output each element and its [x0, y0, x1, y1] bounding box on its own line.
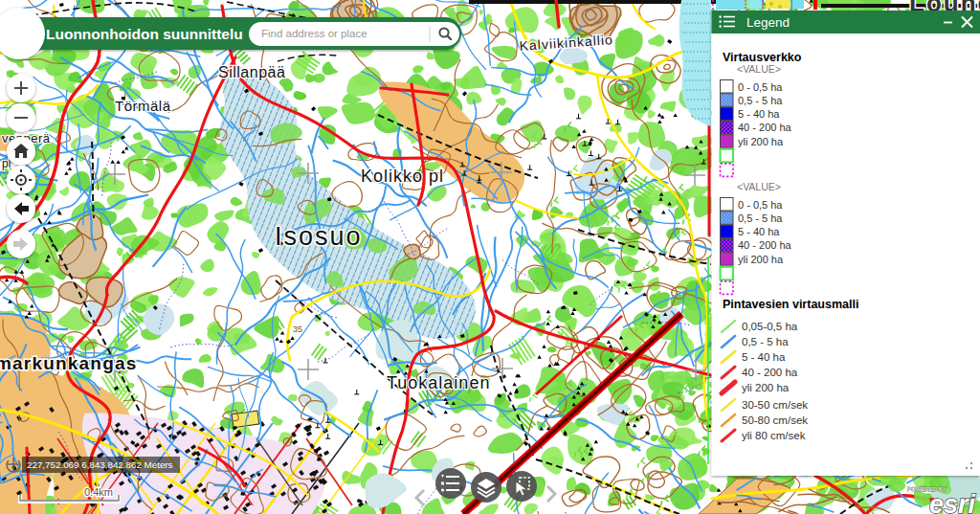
- svg-text:0 - 0,5 ha: 0 - 0,5 ha: [738, 199, 783, 211]
- svg-text:POWERED BY: POWERED BY: [907, 486, 947, 492]
- svg-text:<VALUE>: <VALUE>: [737, 181, 781, 192]
- svg-text:0,05-0,5 ha: 0,05-0,5 ha: [742, 321, 798, 332]
- svg-text:yli 200 ha: yli 200 ha: [742, 382, 790, 393]
- svg-text:Virtausverkko: Virtausverkko: [723, 51, 802, 64]
- svg-text:227,752.069 6,843,842.862 Mete: 227,752.069 6,843,842.862 Meters: [27, 459, 173, 470]
- svg-text:5 - 40 ha: 5 - 40 ha: [742, 351, 786, 363]
- svg-text:Isosuo: Isosuo: [275, 222, 363, 251]
- svg-text:yli 80 cm/sek: yli 80 cm/sek: [742, 430, 806, 441]
- svg-text:30-50 cm/sek: 30-50 cm/sek: [742, 399, 808, 411]
- svg-text:5 - 40 ha: 5 - 40 ha: [738, 226, 780, 237]
- svg-text:0,5 - 5 ha: 0,5 - 5 ha: [742, 336, 789, 347]
- svg-text:<VALUE>: <VALUE>: [737, 63, 781, 75]
- svg-text:Tuokalainen: Tuokalainen: [387, 373, 490, 392]
- svg-text:0,5 - 5 ha: 0,5 - 5 ha: [738, 212, 783, 224]
- svg-text:35: 35: [293, 324, 302, 334]
- svg-text:0.4km: 0.4km: [84, 486, 113, 498]
- svg-text:Kolikko pl: Kolikko pl: [361, 167, 444, 186]
- svg-text:0,5 - 5 ha: 0,5 - 5 ha: [738, 95, 783, 106]
- svg-text:Legend: Legend: [746, 15, 790, 30]
- svg-text:Find address or place: Find address or place: [261, 28, 368, 39]
- svg-text:yli 200 ha: yli 200 ha: [738, 136, 784, 147]
- svg-text:50-80 cm/sek: 50-80 cm/sek: [742, 414, 808, 426]
- svg-text:0 - 0,5 ha: 0 - 0,5 ha: [738, 81, 783, 93]
- svg-text:5 - 40 ha: 5 - 40 ha: [738, 108, 780, 120]
- svg-text:Luonnonhoidon suunnittelu: Luonnonhoidon suunnittelu: [46, 26, 243, 42]
- svg-text:Sillanpää: Sillanpää: [218, 64, 285, 80]
- svg-text:40 - 200 ha: 40 - 200 ha: [738, 239, 792, 251]
- svg-text:Törmälä: Törmälä: [115, 98, 171, 114]
- svg-text:yli 200 ha: yli 200 ha: [738, 254, 784, 265]
- svg-text:markunkangas: markunkangas: [0, 353, 138, 373]
- svg-text:esri: esri: [929, 490, 976, 514]
- svg-text:40 - 200 ha: 40 - 200 ha: [742, 367, 798, 378]
- svg-text:40 - 200 ha: 40 - 200 ha: [738, 122, 792, 133]
- svg-text:Pintavesien virtausmalli: Pintavesien virtausmalli: [723, 298, 858, 311]
